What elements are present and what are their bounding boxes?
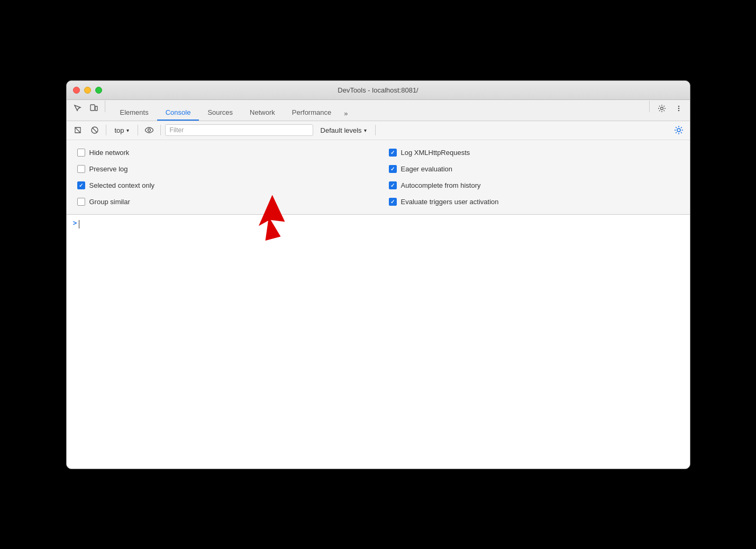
svg-point-10 — [148, 129, 150, 132]
settings-panel: Hide network Log XMLHttpRequests Preserv… — [67, 140, 690, 215]
svg-rect-0 — [90, 105, 95, 111]
eval-triggers-checkbox[interactable] — [389, 198, 397, 206]
more-tabs-button[interactable]: » — [340, 106, 352, 121]
eager-eval-checkbox[interactable] — [389, 165, 397, 173]
clear-console-icon[interactable] — [71, 123, 85, 137]
tabs: Elements Console Sources Network Perform… — [112, 105, 647, 121]
tab-performance[interactable]: Performance — [284, 105, 340, 121]
eager-eval-label: Eager evaluation — [401, 165, 453, 173]
traffic-lights — [73, 87, 102, 94]
svg-point-5 — [678, 109, 679, 111]
svg-point-11 — [677, 129, 680, 132]
setting-group-similar[interactable]: Group similar — [77, 196, 368, 208]
autocomplete-checkbox[interactable] — [389, 181, 397, 189]
context-value: top — [115, 126, 124, 134]
log-xml-label: Log XMLHttpRequests — [401, 149, 470, 157]
setting-eval-triggers[interactable]: Evaluate triggers user activation — [389, 196, 679, 208]
more-options-icon[interactable] — [672, 102, 686, 115]
tab-bar-icons — [71, 100, 107, 121]
settings-icon[interactable] — [655, 102, 669, 115]
preserve-log-label: Preserve log — [89, 165, 128, 173]
settings-panel-wrapper: Hide network Log XMLHttpRequests Preserv… — [67, 140, 690, 215]
maximize-button[interactable] — [95, 87, 102, 94]
setting-eager-eval[interactable]: Eager evaluation — [389, 163, 679, 175]
close-button[interactable] — [73, 87, 80, 94]
console-toolbar: top ▾ Default levels ▾ — [67, 121, 690, 140]
tab-console[interactable]: Console — [157, 105, 199, 121]
tab-bar: Elements Console Sources Network Perform… — [67, 100, 690, 121]
svg-line-7 — [75, 127, 80, 133]
toolbar-separator-2 — [138, 125, 138, 135]
default-levels-label: Default levels — [321, 126, 362, 134]
group-similar-label: Group similar — [89, 198, 130, 206]
setting-preserve-log[interactable]: Preserve log — [77, 163, 368, 175]
toolbar-separator-3 — [160, 125, 161, 135]
inspect-icon[interactable] — [71, 102, 85, 115]
selected-context-label: Selected context only — [89, 181, 155, 189]
svg-point-2 — [660, 107, 663, 109]
autocomplete-label: Autocomplete from history — [401, 181, 481, 189]
svg-point-3 — [678, 105, 679, 107]
tab-bar-actions — [647, 100, 686, 121]
log-xml-checkbox[interactable] — [389, 149, 397, 157]
hide-network-checkbox[interactable] — [77, 149, 85, 157]
default-levels-dropdown[interactable]: Default levels ▾ — [316, 125, 371, 136]
default-levels-chevron-icon: ▾ — [364, 127, 367, 133]
svg-point-4 — [678, 107, 679, 109]
tab-sources[interactable]: Sources — [199, 105, 241, 121]
setting-selected-context[interactable]: Selected context only — [77, 179, 368, 191]
filter-input[interactable] — [165, 124, 313, 136]
svg-rect-1 — [95, 106, 97, 111]
setting-hide-network[interactable]: Hide network — [77, 147, 368, 159]
selected-context-checkbox[interactable] — [77, 181, 85, 189]
tab-network[interactable]: Network — [241, 105, 284, 121]
group-similar-checkbox[interactable] — [77, 198, 85, 206]
hide-network-label: Hide network — [89, 149, 130, 157]
toolbar-separator-4 — [375, 125, 376, 135]
tab-elements[interactable]: Elements — [112, 105, 157, 121]
toolbar-separator-1 — [106, 125, 106, 135]
device-toolbar-icon[interactable] — [87, 102, 101, 115]
chevron-down-icon: ▾ — [126, 127, 129, 133]
tab-separator — [105, 100, 105, 112]
window-title: DevTools - localhost:8081/ — [338, 86, 418, 94]
right-separator — [649, 100, 650, 112]
preserve-log-checkbox[interactable] — [77, 165, 85, 173]
eval-triggers-label: Evaluate triggers user activation — [401, 198, 499, 206]
setting-log-xml[interactable]: Log XMLHttpRequests — [389, 147, 679, 159]
console-cursor — [79, 220, 79, 228]
block-icon[interactable] — [88, 123, 102, 137]
console-area[interactable]: > — [67, 215, 690, 469]
setting-autocomplete[interactable]: Autocomplete from history — [389, 179, 679, 191]
console-prompt-icon: > — [73, 219, 77, 227]
minimize-button[interactable] — [84, 87, 91, 94]
context-selector[interactable]: top ▾ — [111, 125, 133, 136]
svg-line-9 — [92, 128, 97, 133]
title-bar: DevTools - localhost:8081/ — [67, 81, 690, 100]
console-settings-icon[interactable] — [672, 123, 686, 137]
eye-icon[interactable] — [142, 123, 156, 137]
